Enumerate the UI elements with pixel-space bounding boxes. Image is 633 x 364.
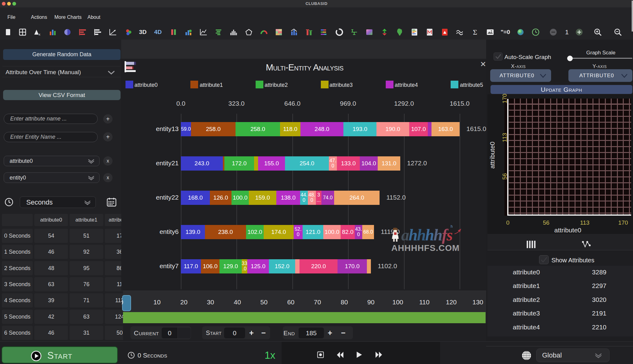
svg-text:x: x	[39, 32, 40, 36]
